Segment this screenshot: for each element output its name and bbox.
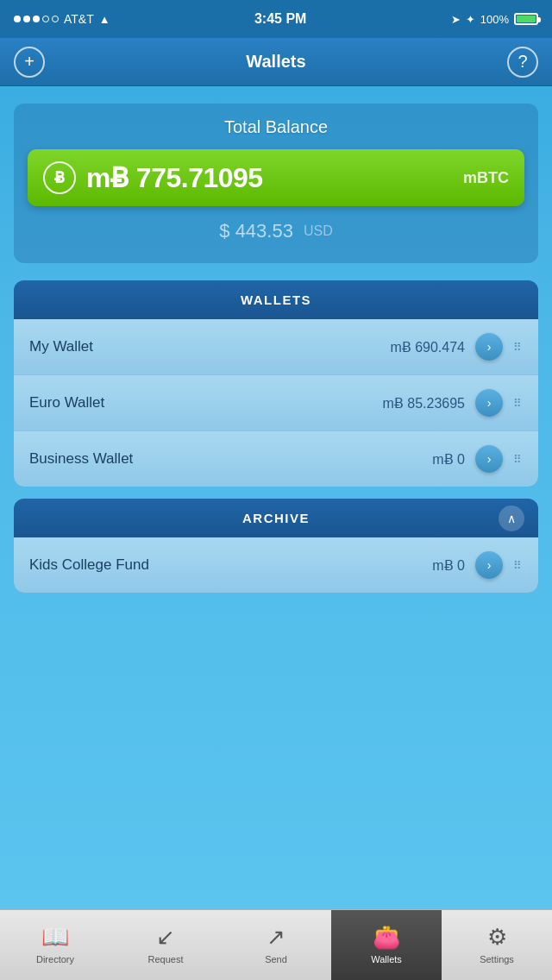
bitcoin-icon: Ƀ [43, 161, 76, 194]
battery-fill [517, 16, 536, 22]
wallet-chevron-business-wallet[interactable]: › [475, 445, 503, 473]
help-button[interactable]: ? [507, 47, 538, 78]
wallet-item-my-wallet[interactable]: My Wallet mɃ 690.474 › ⠿ [14, 319, 538, 375]
settings-icon: ⚙ [487, 924, 507, 951]
status-right: ➤ ✦ 100% [451, 13, 538, 26]
wallet-amount-my-wallet: mɃ 690.474 [390, 339, 465, 355]
balance-section: Total Balance Ƀ mɃ 775.71095 mBTC $ 443.… [14, 104, 538, 263]
tab-label-request: Request [148, 954, 184, 964]
usd-unit: USD [304, 223, 333, 239]
tab-directory[interactable]: 📖 Directory [0, 910, 110, 980]
btc-unit: mBTC [463, 169, 509, 187]
signal-dot-1 [14, 16, 21, 22]
drag-handle-kids-college: ⠿ [513, 559, 523, 572]
wallets-card: WALLETS My Wallet mɃ 690.474 › ⠿ Euro Wa… [14, 280, 538, 487]
directory-icon: 📖 [41, 924, 69, 951]
wallet-item-kids-college[interactable]: Kids College Fund mɃ 0 › ⠿ [14, 537, 538, 593]
wifi-icon: ▲ [99, 13, 110, 26]
tab-bar: 📖 Directory ↙ Request ↗ Send 👛 Wallets ⚙… [0, 909, 552, 980]
wallet-chevron-my-wallet[interactable]: › [475, 333, 503, 361]
tab-wallets[interactable]: 👛 Wallets [331, 910, 442, 980]
wallet-amount-kids-college: mɃ 0 [432, 557, 465, 574]
wallet-chevron-kids-college[interactable]: › [475, 551, 503, 579]
archive-header-label: ARCHIVE [242, 511, 310, 525]
wallet-chevron-euro-wallet[interactable]: › [475, 389, 503, 417]
drag-handle-euro-wallet: ⠿ [513, 397, 523, 410]
location-icon: ➤ [451, 13, 461, 26]
signal-dot-2 [23, 16, 30, 22]
balance-title: Total Balance [28, 117, 524, 137]
usd-balance-row: $ 443.53 USD [28, 217, 524, 246]
nav-title: Wallets [246, 52, 305, 72]
wallet-amount-euro-wallet: mɃ 85.23695 [382, 395, 465, 411]
tab-request[interactable]: ↙ Request [110, 910, 221, 980]
wallet-amount-business-wallet: mɃ 0 [432, 451, 465, 468]
add-wallet-button[interactable]: + [14, 47, 45, 78]
btc-amount: mɃ 775.71095 [86, 161, 463, 194]
signal-dot-5 [52, 16, 59, 22]
wallet-item-business-wallet[interactable]: Business Wallet mɃ 0 › ⠿ [14, 431, 538, 487]
tab-send[interactable]: ↗ Send [221, 910, 331, 980]
status-bar: AT&T ▲ 3:45 PM ➤ ✦ 100% [0, 0, 552, 38]
drag-handle-business-wallet: ⠿ [513, 453, 523, 466]
nav-bar: + Wallets ? [0, 38, 552, 86]
signal-dot-4 [42, 16, 49, 22]
wallets-section-header: WALLETS [14, 280, 538, 319]
signal-dot-3 [33, 16, 40, 22]
archive-toggle-button[interactable]: ∧ [499, 506, 524, 531]
bluetooth-icon: ✦ [466, 13, 475, 26]
tab-label-send: Send [265, 954, 287, 964]
battery-percent: 100% [480, 13, 509, 26]
wallet-name-my-wallet: My Wallet [29, 338, 390, 355]
drag-handle-my-wallet: ⠿ [513, 341, 523, 354]
wallet-name-business-wallet: Business Wallet [29, 450, 432, 468]
status-time: 3:45 PM [254, 11, 306, 27]
main-content: Total Balance Ƀ mɃ 775.71095 mBTC $ 443.… [0, 86, 552, 909]
status-left: AT&T ▲ [14, 12, 110, 26]
usd-amount: $ 443.53 [219, 220, 293, 242]
tab-label-settings: Settings [480, 954, 514, 964]
request-icon: ↙ [156, 924, 175, 951]
archive-card: ARCHIVE ∧ Kids College Fund mɃ 0 › ⠿ [14, 499, 538, 593]
wallets-icon: 👛 [373, 924, 400, 951]
btc-balance-row: Ƀ mɃ 775.71095 mBTC [28, 149, 524, 206]
carrier-label: AT&T [64, 12, 94, 26]
archive-section-header: ARCHIVE ∧ [14, 499, 538, 537]
wallet-item-euro-wallet[interactable]: Euro Wallet mɃ 85.23695 › ⠿ [14, 375, 538, 431]
wallet-name-euro-wallet: Euro Wallet [29, 394, 382, 411]
send-icon: ↗ [267, 924, 285, 951]
signal-dots [14, 16, 59, 22]
tab-label-directory: Directory [36, 954, 74, 964]
wallet-name-kids-college: Kids College Fund [29, 556, 432, 574]
battery-indicator [514, 13, 538, 25]
tab-settings[interactable]: ⚙ Settings [442, 910, 552, 980]
tab-label-wallets: Wallets [371, 954, 402, 964]
